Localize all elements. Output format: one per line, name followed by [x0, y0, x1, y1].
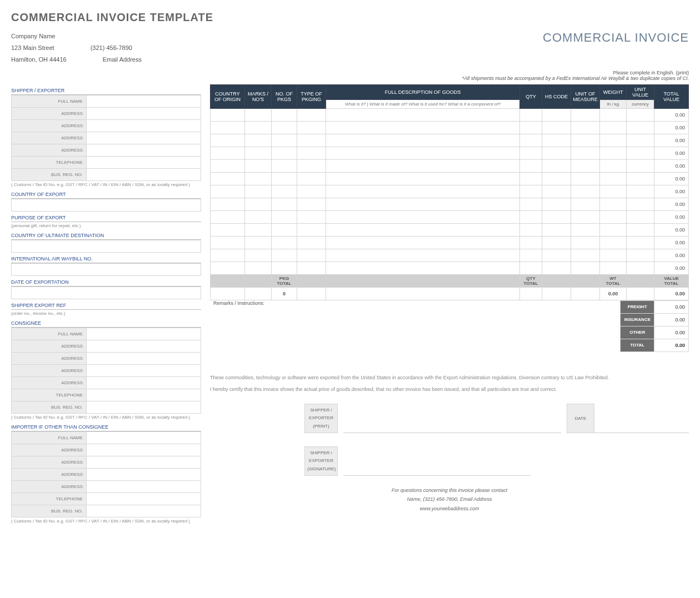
input-cell[interactable]	[87, 444, 201, 456]
item-cell[interactable]	[297, 172, 326, 185]
item-cell[interactable]	[571, 185, 600, 198]
item-cell[interactable]	[326, 210, 520, 223]
item-cell[interactable]	[520, 185, 542, 198]
item-cell[interactable]	[542, 236, 571, 249]
item-cell[interactable]	[571, 262, 600, 274]
item-cell[interactable]	[211, 121, 245, 134]
item-cell[interactable]	[211, 262, 245, 274]
item-cell[interactable]	[542, 262, 571, 274]
item-cell[interactable]	[326, 134, 520, 147]
item-cell[interactable]	[245, 236, 272, 249]
item-cell[interactable]	[211, 159, 245, 172]
input-cell[interactable]	[87, 352, 201, 364]
item-cell[interactable]	[297, 185, 326, 198]
item-cell[interactable]	[245, 147, 272, 159]
item-cell[interactable]	[297, 223, 326, 236]
item-cell[interactable]	[571, 147, 600, 159]
item-cell[interactable]	[211, 185, 245, 198]
item-cell[interactable]	[245, 262, 272, 274]
item-cell[interactable]	[600, 108, 627, 121]
item-cell[interactable]	[571, 198, 600, 210]
item-cell[interactable]	[627, 159, 654, 172]
item-cell[interactable]	[520, 159, 542, 172]
item-cell[interactable]	[571, 223, 600, 236]
item-cell[interactable]	[542, 249, 571, 262]
input-cell[interactable]	[87, 340, 201, 352]
item-cell[interactable]	[600, 159, 627, 172]
item-cell[interactable]	[211, 172, 245, 185]
sign-sig-line[interactable]	[343, 446, 531, 476]
item-cell[interactable]	[627, 262, 654, 274]
input-cell[interactable]	[87, 119, 201, 132]
item-cell[interactable]	[297, 147, 326, 159]
input-cell[interactable]	[87, 468, 201, 480]
item-cell[interactable]	[600, 223, 627, 236]
item-cell[interactable]	[211, 223, 245, 236]
item-cell[interactable]	[520, 134, 542, 147]
item-cell[interactable]	[542, 121, 571, 134]
item-cell[interactable]	[211, 210, 245, 223]
item-cell[interactable]	[542, 223, 571, 236]
item-cell[interactable]	[272, 262, 297, 274]
item-cell[interactable]	[326, 147, 520, 159]
input-cell[interactable]	[87, 364, 201, 376]
input-cell[interactable]	[87, 389, 201, 401]
item-cell[interactable]	[627, 223, 654, 236]
item-cell[interactable]	[297, 159, 326, 172]
item-cell[interactable]	[600, 236, 627, 249]
item-cell[interactable]	[272, 198, 297, 210]
input-cell[interactable]	[87, 431, 201, 444]
item-cell[interactable]	[211, 236, 245, 249]
item-cell[interactable]	[571, 108, 600, 121]
item-cell[interactable]	[627, 108, 654, 121]
item-cell[interactable]	[600, 210, 627, 223]
item-cell[interactable]	[245, 159, 272, 172]
input-cell[interactable]	[12, 263, 201, 275]
input-cell[interactable]	[87, 132, 201, 144]
item-cell[interactable]	[272, 223, 297, 236]
item-cell[interactable]	[297, 108, 326, 121]
item-cell[interactable]	[600, 134, 627, 147]
item-cell[interactable]	[600, 147, 627, 159]
sign-print-line[interactable]	[343, 404, 561, 433]
item-cell[interactable]	[297, 198, 326, 210]
item-cell[interactable]	[211, 249, 245, 262]
item-cell[interactable]	[326, 198, 520, 210]
item-cell[interactable]	[571, 159, 600, 172]
input-cell[interactable]	[87, 505, 201, 517]
item-cell[interactable]	[245, 223, 272, 236]
item-cell[interactable]	[326, 249, 520, 262]
item-cell[interactable]	[211, 134, 245, 147]
item-cell[interactable]	[245, 134, 272, 147]
item-cell[interactable]	[245, 172, 272, 185]
item-cell[interactable]	[297, 134, 326, 147]
item-cell[interactable]	[571, 249, 600, 262]
item-cell[interactable]	[326, 185, 520, 198]
input-cell[interactable]	[12, 287, 201, 299]
input-cell[interactable]	[87, 168, 201, 180]
item-cell[interactable]	[520, 210, 542, 223]
item-cell[interactable]	[600, 262, 627, 274]
item-cell[interactable]	[272, 108, 297, 121]
item-cell[interactable]	[520, 198, 542, 210]
item-cell[interactable]	[571, 210, 600, 223]
item-cell[interactable]	[297, 236, 326, 249]
item-cell[interactable]	[520, 223, 542, 236]
input-cell[interactable]	[87, 401, 201, 413]
item-cell[interactable]	[326, 223, 520, 236]
item-cell[interactable]	[272, 159, 297, 172]
item-cell[interactable]	[600, 198, 627, 210]
input-cell[interactable]	[87, 493, 201, 505]
item-cell[interactable]	[542, 108, 571, 121]
item-cell[interactable]	[627, 121, 654, 134]
date-line[interactable]	[594, 404, 689, 433]
item-cell[interactable]	[571, 236, 600, 249]
item-cell[interactable]	[542, 147, 571, 159]
input-cell[interactable]	[87, 328, 201, 340]
item-cell[interactable]	[326, 121, 520, 134]
item-cell[interactable]	[326, 236, 520, 249]
item-cell[interactable]	[627, 147, 654, 159]
item-cell[interactable]	[245, 108, 272, 121]
item-cell[interactable]	[520, 121, 542, 134]
item-cell[interactable]	[520, 236, 542, 249]
